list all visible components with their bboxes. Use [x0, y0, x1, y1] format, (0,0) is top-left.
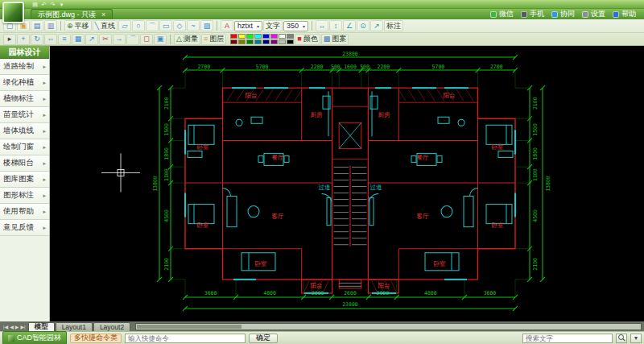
array-icon[interactable]: ▦: [72, 34, 85, 45]
layout-nav-icon-3[interactable]: ▶|: [19, 324, 26, 329]
command-input[interactable]: [125, 334, 246, 343]
room-label: 餐厅: [417, 154, 429, 161]
color-swatch[interactable]: [270, 39, 278, 44]
sidebar-item-label: 意见反馈: [3, 222, 34, 233]
redo-icon[interactable]: ↷: [48, 1, 57, 8]
dim-leader-icon[interactable]: ↗: [370, 20, 383, 31]
scrollbar-thumb[interactable]: [137, 325, 242, 329]
search-options-button[interactable]: ▾: [630, 334, 642, 343]
layout-tab-Layout2[interactable]: Layout2: [93, 322, 130, 331]
circle-icon[interactable]: ○: [132, 20, 145, 31]
color-swatch[interactable]: [254, 39, 262, 44]
color-swatch[interactable]: [279, 39, 286, 44]
copy-icon[interactable]: ▣: [154, 34, 167, 45]
color-swatch[interactable]: [238, 34, 246, 39]
collaborate-button[interactable]: 协同: [551, 9, 575, 19]
confirm-button[interactable]: 确定: [249, 334, 278, 343]
save-icon[interactable]: ▤: [31, 1, 39, 8]
sidebar-item-墙体填线[interactable]: 墙体填线▸: [0, 123, 49, 139]
sidebar-item-label: 苗量统计: [3, 110, 34, 120]
pan-tool[interactable]: ⊕平移: [64, 20, 92, 31]
sidebar-item-苗量统计[interactable]: 苗量统计▸: [0, 107, 49, 123]
rectangle-icon[interactable]: ▭: [159, 20, 172, 31]
sidebar-item-楼梯阳台[interactable]: 楼梯阳台▸: [0, 155, 49, 172]
layout-tabbar: |◀◀▶▶| 模型Layout1Layout2: [0, 321, 644, 331]
scale-icon[interactable]: ↗: [85, 34, 98, 45]
hatch-icon[interactable]: ▨: [200, 20, 213, 31]
layout-nav-icon-0[interactable]: |◀: [2, 324, 9, 329]
polygon-icon[interactable]: ◇: [173, 20, 186, 31]
layout-tabs: 模型Layout1Layout2: [28, 322, 131, 331]
document-tab[interactable]: 示例图.dwg - 只读 ×: [31, 9, 113, 19]
extend-icon[interactable]: →: [113, 34, 126, 45]
color-swatch[interactable]: [230, 34, 237, 39]
color-swatch[interactable]: [287, 34, 294, 39]
select-tool[interactable]: ▸: [3, 34, 16, 45]
drawing-canvas[interactable]: 2380027005700220050016005002200570027003…: [50, 46, 644, 321]
move-icon[interactable]: +: [17, 34, 30, 45]
sidebar-item-绘制门窗[interactable]: 绘制门窗▸: [0, 139, 49, 155]
color-swatch[interactable]: [230, 39, 237, 44]
color-swatch[interactable]: [238, 39, 246, 44]
color-swatch[interactable]: [279, 34, 286, 39]
horizontal-scrollbar[interactable]: [135, 323, 642, 330]
color-tool[interactable]: ■颜色: [295, 34, 320, 45]
dim-angular-icon[interactable]: ∠: [343, 20, 356, 31]
search-input[interactable]: [522, 334, 613, 343]
dim-linear-icon[interactable]: ↔: [316, 20, 328, 31]
settings-button[interactable]: 设置: [582, 9, 605, 19]
brand-button[interactable]: CAD智能园林: [2, 331, 67, 344]
layout-tab-模型[interactable]: 模型: [28, 322, 55, 331]
polyline-icon[interactable]: ▱: [118, 20, 131, 31]
wechat-button[interactable]: 微信: [490, 9, 514, 19]
help-button[interactable]: 帮助: [613, 9, 636, 19]
sidebar-item-图形标注[interactable]: 图形标注▸: [0, 188, 49, 204]
quick-menu-dropdown-icon[interactable]: ▾: [57, 1, 66, 8]
sidebar-item-绿化种植[interactable]: 绿化种植▸: [0, 75, 49, 91]
close-tab-icon[interactable]: ×: [101, 11, 105, 19]
trim-icon[interactable]: ✂: [99, 34, 112, 45]
color-swatch[interactable]: [246, 39, 254, 44]
text-style-icon[interactable]: A: [221, 20, 233, 31]
fillet-icon[interactable]: ⌒: [126, 34, 139, 45]
sidebar-item-道路绘制[interactable]: 道路绘制▸: [0, 59, 49, 75]
color-swatch[interactable]: [246, 34, 254, 39]
color-swatch[interactable]: [287, 39, 294, 44]
offset-icon[interactable]: ≡: [58, 34, 71, 45]
search-button[interactable]: [616, 334, 627, 343]
font-family-combo[interactable]: hztxt▾: [234, 21, 262, 31]
undo-icon[interactable]: ↶: [39, 1, 48, 8]
text-height-combo[interactable]: 350▾: [283, 21, 308, 31]
text-tool[interactable]: 文字: [263, 20, 283, 31]
measure-tool[interactable]: △测量: [174, 34, 200, 45]
layout-nav-icon-1[interactable]: ◀: [9, 324, 14, 329]
sidebar-item-使用帮助[interactable]: 使用帮助▸: [0, 204, 49, 220]
color-swatch[interactable]: [262, 39, 270, 44]
save-file-icon[interactable]: ▤: [31, 20, 43, 31]
erase-icon[interactable]: ◻: [140, 34, 153, 45]
spline-icon[interactable]: ~: [187, 20, 200, 31]
dimension-group[interactable]: 标注: [384, 20, 403, 31]
print-icon[interactable]: ▥: [44, 20, 57, 31]
arc-icon[interactable]: ⌒: [146, 20, 159, 31]
rotate-icon[interactable]: ↻: [31, 34, 43, 45]
layers-tool[interactable]: ≡图层: [201, 34, 226, 45]
mirror-icon[interactable]: ⇔: [44, 34, 57, 45]
layout-tab-Layout1[interactable]: Layout1: [56, 322, 93, 331]
layout-nav-icon-2[interactable]: ▶: [14, 324, 20, 329]
command-category-label[interactable]: 多快捷命令类: [70, 334, 122, 343]
color-swatch[interactable]: [262, 34, 270, 39]
color-swatch[interactable]: [270, 34, 278, 39]
spline-icon-glyph: ~: [191, 23, 195, 30]
sidebar-item-植物标注[interactable]: 植物标注▸: [0, 91, 49, 107]
color-swatch[interactable]: [254, 34, 262, 39]
room-label: 客厅: [272, 213, 284, 220]
dim-vertical-icon[interactable]: ↕: [329, 20, 342, 31]
dim-radius-icon[interactable]: ⊙: [357, 20, 369, 31]
pattern-tool[interactable]: ▩图案: [321, 34, 349, 45]
line-tool[interactable]: ╲直线: [93, 20, 118, 31]
phone-button[interactable]: 手机: [521, 9, 544, 19]
app-logo[interactable]: [2, 2, 24, 23]
sidebar-item-图库图案[interactable]: 图库图案▸: [0, 172, 49, 188]
sidebar-item-意见反馈[interactable]: 意见反馈▸: [0, 220, 49, 236]
